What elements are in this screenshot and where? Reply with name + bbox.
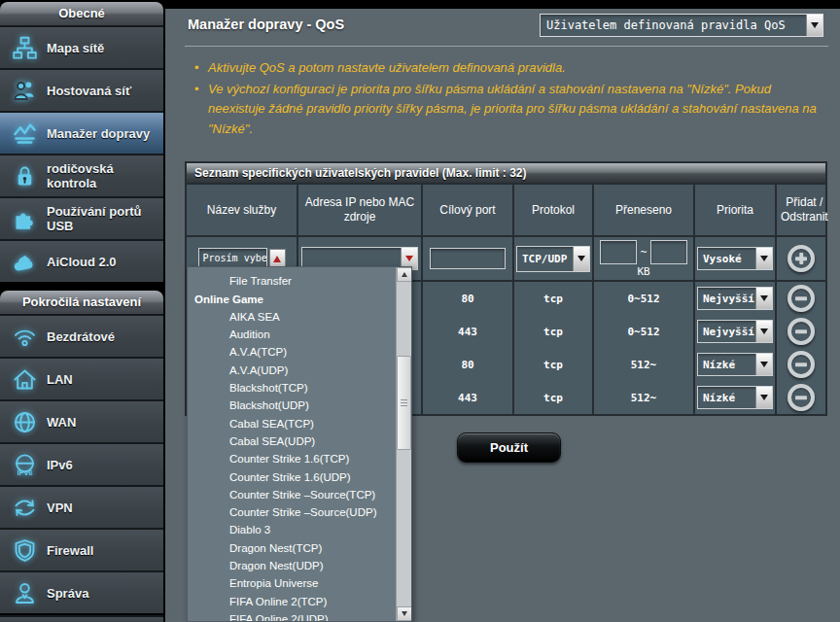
- remove-rule-button[interactable]: [788, 318, 815, 345]
- column-header-port: Cílový port: [423, 185, 514, 235]
- remove-rule-button[interactable]: [788, 384, 815, 411]
- sidebar-item-bezdr-tov-[interactable]: Bezdrátové: [0, 314, 163, 357]
- rule-priority-cell: Nízké: [695, 381, 777, 414]
- add-protocol-cell: TCP/UDP: [514, 237, 594, 280]
- sidebar-item-label: Mapa sítě: [41, 41, 104, 55]
- sidebar-item-mana-er-dopravy[interactable]: Manažer dopravy: [0, 111, 163, 154]
- sidebar-item-label: IPv6: [41, 458, 73, 472]
- priority-select[interactable]: Vysoké: [697, 247, 773, 270]
- add-rule-button[interactable]: [788, 245, 815, 272]
- shield-icon: [8, 536, 41, 565]
- vpn-icon: [8, 493, 41, 522]
- dropdown-scrollbar[interactable]: [396, 267, 411, 621]
- sidebar-item-label: Správa: [41, 586, 88, 601]
- service-option[interactable]: Counter Strike –Source(TCP): [188, 486, 396, 503]
- rule-priority-select[interactable]: Nízké: [697, 353, 773, 376]
- service-option[interactable]: Counter Strike –Source(UDP): [188, 503, 396, 521]
- sidebar-item-label: Používání portů USB: [41, 204, 163, 233]
- service-option[interactable]: Dragon Nest(TCP): [188, 539, 396, 557]
- sidebar-item-label: rodičovská kontrola: [41, 161, 163, 190]
- sidebar-item-spr-va[interactable]: Správa: [0, 570, 163, 613]
- sidebar-item-vpn[interactable]: VPN: [0, 485, 163, 528]
- transferred-separator: ~: [641, 246, 648, 259]
- service-option[interactable]: FIFA Online 2(TCP): [188, 593, 396, 610]
- chevron-down-icon[interactable]: [755, 321, 772, 342]
- sidebar-item-partial[interactable]: [0, 615, 163, 622]
- chevron-down-icon[interactable]: [755, 248, 772, 269]
- sidebar-item-label: WAN: [41, 415, 76, 430]
- service-option[interactable]: Dragon Nest(UDP): [188, 557, 396, 574]
- service-option[interactable]: A.V.A(UDP): [188, 362, 396, 379]
- sidebar-item-label: Bezdrátové: [41, 329, 115, 344]
- sidebar-item-ipv6[interactable]: IPv6 IPv6: [0, 442, 163, 485]
- service-option[interactable]: Blackshot(UDP): [188, 397, 396, 414]
- sidebar-item-pou-v-n-port-usb[interactable]: Používání portů USB: [0, 196, 163, 239]
- rule-transferred: 0~512: [594, 315, 695, 348]
- rule-priority-select[interactable]: Nízké: [697, 386, 773, 409]
- note-line: Ve výchozí konfiguraci je priorita pro š…: [194, 80, 824, 140]
- column-header-service: Název služby: [187, 185, 298, 235]
- transferred-min-input[interactable]: [600, 240, 637, 264]
- sidebar-item-label: AiCloud 2.0: [41, 255, 117, 269]
- column-header-source: Adresa IP nebo MAC zdroje: [298, 185, 423, 235]
- rule-remove-cell: [777, 315, 825, 348]
- destination-port-input[interactable]: [430, 248, 506, 269]
- rule-priority-value: Nejvyšší: [698, 321, 755, 342]
- protocol-value: TCP/UDP: [517, 247, 573, 271]
- app-root: Obecné Mapa sítě Hostovaná síť Manažer d…: [0, 0, 840, 622]
- sidebar-item-rodi-ovsk-kontrola[interactable]: rodičovská kontrola: [0, 154, 163, 196]
- scroll-up-icon[interactable]: [397, 267, 412, 282]
- sidebar-item-firewall[interactable]: Firewall: [0, 528, 163, 570]
- house-icon: [8, 364, 41, 394]
- transferred-max-input[interactable]: [650, 240, 687, 264]
- svg-text:IPv6: IPv6: [17, 468, 33, 477]
- rule-transferred: 512~: [594, 348, 695, 381]
- service-option[interactable]: File Transfer: [188, 272, 396, 290]
- scroll-down-icon[interactable]: [397, 606, 412, 621]
- rule-priority-value: Nejvyšší: [698, 288, 755, 309]
- service-option[interactable]: Counter Strike 1.6(UDP): [188, 468, 396, 486]
- service-option[interactable]: Cabal SEA(TCP): [188, 415, 396, 432]
- service-option[interactable]: Diablo 3: [188, 521, 396, 538]
- sidebar-item-hostovan-s-[interactable]: Hostovaná síť: [0, 68, 163, 111]
- rule-port: 443: [423, 381, 514, 414]
- table-title: Seznam specifických uživatelských pravid…: [187, 163, 825, 185]
- service-option[interactable]: Blackshot(TCP): [188, 379, 396, 397]
- remove-rule-button[interactable]: [788, 351, 815, 378]
- sidebar-item-lan[interactable]: LAN: [0, 357, 163, 399]
- service-option[interactable]: Cabal SEA(UDP): [188, 432, 396, 450]
- sidebar-item-mapa-s-t-[interactable]: Mapa sítě: [0, 25, 163, 68]
- protocol-select[interactable]: TCP/UDP: [516, 246, 590, 272]
- service-option[interactable]: Entropia Universe: [188, 574, 396, 592]
- column-header-add-remove: Přidat / Odstranit: [777, 185, 832, 235]
- service-option[interactable]: FIFA Online 2(UDP): [188, 610, 396, 622]
- chevron-down-icon[interactable]: [755, 387, 772, 408]
- scrollbar-grip-icon: [401, 399, 407, 407]
- qos-mode-select[interactable]: Uživatelem definovaná pravidla QoS: [540, 14, 823, 37]
- service-option[interactable]: Online Game: [188, 291, 396, 308]
- scrollbar-thumb[interactable]: [397, 356, 411, 450]
- rule-transferred: 0~512: [594, 282, 695, 315]
- traffic-chart-icon: [8, 119, 41, 148]
- title-divider: [185, 46, 828, 47]
- chevron-down-icon[interactable]: [573, 247, 589, 271]
- service-option[interactable]: Audition: [188, 326, 396, 343]
- sidebar-nav-advanced: Bezdrátové LAN WAN IPv6 IPv6 VPN Firewal…: [0, 314, 163, 613]
- service-option[interactable]: Counter Strike 1.6(TCP): [188, 450, 396, 467]
- sidebar-item-wan[interactable]: WAN: [0, 399, 163, 442]
- service-option[interactable]: A.V.A(TCP): [188, 343, 396, 361]
- rule-port: 80: [423, 282, 514, 315]
- sidebar-item-label: Hostovaná síť: [41, 84, 131, 98]
- rule-remove-cell: [777, 348, 825, 381]
- chevron-down-icon[interactable]: [806, 15, 822, 36]
- apply-button[interactable]: Použít: [457, 432, 561, 463]
- rule-priority-select[interactable]: Nejvyšší: [697, 320, 773, 343]
- note-line: Aktivujte QoS a potom nastavte uživatele…: [194, 58, 824, 79]
- rule-priority-select[interactable]: Nejvyšší: [697, 287, 773, 310]
- add-button-cell: [777, 237, 825, 280]
- sidebar-item-aicloud-2-0[interactable]: AiCloud 2.0: [0, 239, 163, 282]
- chevron-down-icon[interactable]: [755, 288, 772, 309]
- remove-rule-button[interactable]: [788, 285, 815, 312]
- chevron-down-icon[interactable]: [755, 354, 772, 375]
- service-option[interactable]: AIKA SEA: [188, 308, 396, 326]
